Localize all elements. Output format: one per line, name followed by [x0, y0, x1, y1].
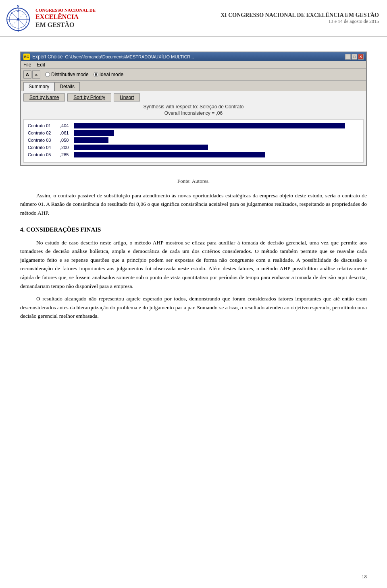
- sort-by-priority-button[interactable]: Sort by Priority: [67, 93, 111, 101]
- menu-edit[interactable]: Edit: [37, 62, 45, 68]
- menu-file[interactable]: File: [23, 62, 31, 68]
- radio-ideal-icon[interactable]: [94, 72, 98, 77]
- chart-row-label: Contrato 01: [28, 123, 60, 128]
- logo-line3: EM GESTÃO: [35, 21, 96, 29]
- chart-bar: [74, 152, 265, 157]
- ec-radio-group: Distributive mode Ideal mode: [45, 72, 123, 77]
- chart-row-value: ,061: [60, 130, 74, 135]
- tab-details[interactable]: Details: [54, 82, 80, 91]
- chart-row-label: Contrato 05: [28, 152, 60, 157]
- ec-app-icon: EC: [23, 54, 30, 60]
- synthesis-title: Synthesis with respect to: Seleção de Co…: [23, 104, 364, 110]
- header-right: XI CONGRESSO NACIONAL DE EXCELÊNCIA EM G…: [221, 12, 379, 25]
- expert-choice-window: EC Expert Choice C:\Users\fernanda\Docum…: [20, 52, 367, 166]
- body-para2: No estudo de caso descrito neste artigo,…: [20, 238, 367, 291]
- svg-text:S: S: [17, 29, 19, 32]
- radio-distributive[interactable]: Distributive mode: [45, 72, 89, 77]
- chart-row: Contrato 04,200: [28, 145, 359, 150]
- chart-bar: [74, 137, 108, 143]
- chart-row-label: Contrato 04: [28, 145, 60, 150]
- tab-summary[interactable]: Summary: [23, 82, 54, 91]
- section4-heading: 4. CONSIDERAÇÕES FINAIS: [20, 225, 367, 234]
- chart-row-label: Contrato 02: [28, 130, 60, 135]
- ec-tabs: Summary Details: [21, 81, 366, 91]
- conf-date: 13 e 14 de agosto de 2015: [221, 19, 379, 25]
- body-para1: Assim, o contrato passível de substituiç…: [20, 191, 367, 217]
- chart-bar: [74, 130, 114, 136]
- ec-toolbar: A a Distributive mode Ideal mode: [21, 69, 366, 81]
- chart-row: Contrato 03,050: [28, 137, 359, 143]
- chart-row: Contrato 02,061: [28, 130, 359, 136]
- ec-title-bar: EC Expert Choice C:\Users\fernanda\Docum…: [21, 52, 366, 61]
- inconsistency-label: Overall Inconsistency = ,06: [23, 110, 364, 116]
- page-header: N S CONGRESSO NACIONAL DE EXCELÊNCIA EM …: [0, 0, 387, 37]
- logo-line2: EXCELÊNCIA: [35, 13, 96, 21]
- chart-row-value: ,285: [60, 152, 74, 157]
- chart-bar-container: [74, 123, 359, 128]
- sort-by-name-button[interactable]: Sort by Name: [23, 93, 65, 101]
- ec-file-path: C:\Users\fernanda\Documents\MESTRADO\AUX…: [65, 54, 194, 59]
- chart-row-label: Contrato 03: [28, 138, 60, 143]
- chart-row: Contrato 05,285: [28, 152, 359, 157]
- chart-row: Contrato 01,404: [28, 123, 359, 128]
- svg-point-9: [17, 18, 19, 21]
- chart-row-value: ,404: [60, 123, 74, 128]
- logo-line1: CONGRESSO NACIONAL DE: [35, 8, 96, 13]
- body-para3: O resultado alcançado não representou aq…: [20, 294, 367, 321]
- chart-bar-container: [74, 145, 359, 150]
- ec-menu-bar: File Edit: [21, 61, 366, 69]
- ec-title-buttons[interactable]: – □ ✕: [345, 54, 364, 60]
- radio-ideal-label: Ideal mode: [100, 72, 123, 77]
- ec-app-name: Expert Choice: [32, 54, 62, 60]
- radio-ideal[interactable]: Ideal mode: [94, 72, 123, 77]
- page-body: Fonte: Autores. Assim, o contrato passív…: [0, 173, 387, 333]
- chart-row-value: ,050: [60, 138, 74, 143]
- ec-sort-buttons: Sort by Name Sort by Priority Unsort: [23, 93, 364, 101]
- unsort-button[interactable]: Unsort: [114, 93, 140, 101]
- chart-bar: [74, 123, 345, 128]
- maximize-button[interactable]: □: [352, 54, 357, 60]
- chart-bar-container: [74, 152, 359, 157]
- minimize-button[interactable]: –: [345, 54, 351, 60]
- ec-content: Sort by Name Sort by Priority Unsort Syn…: [21, 91, 366, 165]
- ec-font-buttons[interactable]: A a: [23, 70, 40, 79]
- chart-row-value: ,200: [60, 145, 74, 150]
- font-large-button[interactable]: A: [23, 70, 31, 79]
- svg-text:N: N: [17, 5, 19, 8]
- fonte-line: Fonte: Autores.: [20, 177, 367, 186]
- radio-distributive-label: Distributive mode: [51, 72, 89, 77]
- ec-chart: Contrato 01,404Contrato 02,061Contrato 0…: [23, 119, 364, 163]
- chart-bar-container: [74, 130, 359, 136]
- close-button[interactable]: ✕: [358, 54, 364, 60]
- logo-text: CONGRESSO NACIONAL DE EXCELÊNCIA EM GEST…: [35, 8, 96, 29]
- chart-bar-container: [74, 137, 359, 143]
- chart-bar: [74, 145, 208, 150]
- font-small-button[interactable]: a: [32, 70, 40, 79]
- logo-emblem-icon: N S: [4, 4, 32, 32]
- radio-distributive-icon[interactable]: [45, 72, 50, 77]
- logo-area: N S CONGRESSO NACIONAL DE EXCELÊNCIA EM …: [4, 4, 96, 32]
- conf-title: XI CONGRESSO NACIONAL DE EXCELÊNCIA EM G…: [221, 12, 379, 19]
- ec-title-left: EC Expert Choice C:\Users\fernanda\Docum…: [23, 54, 194, 60]
- page-number: 18: [362, 574, 367, 580]
